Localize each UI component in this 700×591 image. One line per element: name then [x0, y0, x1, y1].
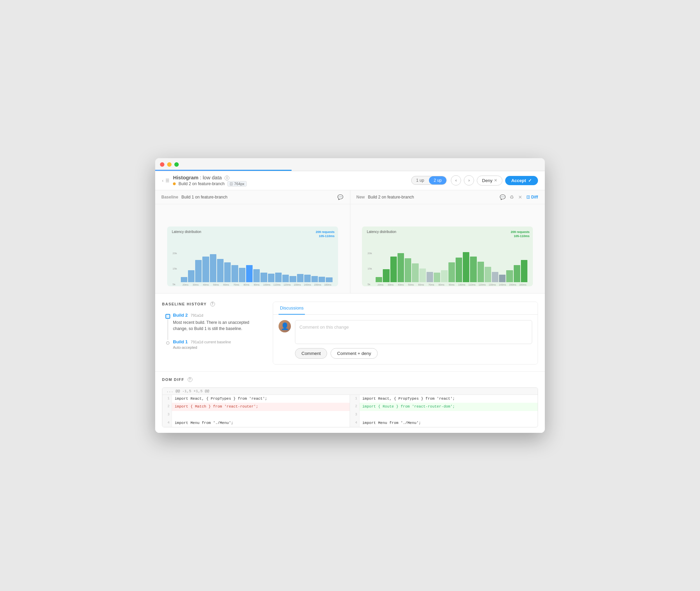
baseline-panel: Baseline Build 1 on feature-branch 💬 Lat…: [155, 190, 350, 293]
toolbar-left: ‹ ☰ Histogram : low data i Build 2 on fe…: [162, 175, 407, 187]
diff-button[interactable]: ◫ Diff: [526, 194, 539, 200]
list-icon[interactable]: ☰: [165, 178, 170, 183]
discussions-tab[interactable]: Discussions: [279, 302, 305, 315]
diff-right-line-1: 1 import React, { PropTypes } from 'reac…: [350, 395, 538, 403]
new-refresh-icon[interactable]: ♻: [509, 194, 515, 201]
title-area: Histogram : low data i Build 2 on featur…: [173, 175, 247, 187]
baseline-chart-container: Latency distribution 209 requests 105-11…: [155, 204, 350, 293]
build-dot: [173, 182, 176, 185]
diff-header: ... @@ -1,5 +1,5 @@: [162, 388, 538, 395]
history-item-build2: Build 2 791a1d Most recent build. There …: [165, 312, 265, 339]
comment-icon-btn[interactable]: 💬: [337, 194, 344, 201]
page-title: Histogram : low data i: [173, 175, 247, 180]
toolbar-center: 1 up 2 up: [411, 176, 447, 185]
toolbar-right: ‹ › Deny ✕ Accept ✓: [451, 175, 538, 185]
diff-left-line-1: 1 import React, { PropTypes } from 'reac…: [162, 395, 350, 403]
new-comment-icon[interactable]: 💬: [499, 194, 506, 201]
discussions-body: Comment Comment + deny: [273, 315, 538, 364]
accept-button[interactable]: Accept ✓: [505, 176, 538, 185]
new-chart-title: Latency distribution: [367, 230, 396, 234]
history-build1-hash: 791a1d current baseline: [191, 340, 231, 344]
history-build2-hash: 791a1d: [191, 313, 203, 317]
comment-deny-button[interactable]: Comment + deny: [331, 348, 377, 359]
comment-actions: Comment Comment + deny: [279, 348, 532, 359]
diff-right-line-2: 2 import { Route } from 'react-router-do…: [350, 403, 538, 411]
viewport-badge: ◫ 764px: [227, 181, 247, 187]
new-panel: New Build 2 on feature-branch 💬 ♻ ✕ ◫ Di…: [350, 190, 545, 293]
back-icon[interactable]: ‹: [162, 178, 163, 183]
app-window: ‹ ☰ Histogram : low data i Build 2 on fe…: [155, 158, 545, 433]
2up-button[interactable]: 2 up: [429, 176, 446, 184]
deny-button[interactable]: Deny ✕: [477, 176, 502, 185]
bottom-section: BASELINE HISTORY ? Build 2 791a1d Most r…: [155, 293, 545, 371]
deny-x-icon: ✕: [494, 178, 497, 183]
baseline-chart: Latency distribution 209 requests 105-11…: [167, 226, 338, 286]
window-controls: [160, 162, 179, 167]
diff-left-line-4: 4 import Menu from './Menu';: [162, 419, 350, 427]
new-close-icon[interactable]: ✕: [517, 194, 523, 201]
history-dot-build2: [165, 313, 171, 319]
new-panel-header: New Build 2 on feature-branch 💬 ♻ ✕ ◫ Di…: [350, 190, 545, 204]
info-icon[interactable]: i: [225, 176, 229, 180]
baseline-chart-title: Latency distribution: [172, 230, 201, 234]
comment-input[interactable]: [295, 320, 532, 344]
discussions-panel: Discussions Comment Comment + deny: [273, 302, 538, 365]
dom-diff-title: DOM DIFF ?: [162, 377, 538, 382]
titlebar: [155, 158, 545, 171]
progress-bar: [155, 170, 292, 171]
new-label: New Build 2 on feature-branch: [356, 195, 414, 200]
view-toggle: 1 up 2 up: [411, 176, 447, 185]
diff-columns: 1 import React, { PropTypes } from 'reac…: [162, 395, 538, 427]
new-panel-actions: 💬 ♻ ✕ ◫ Diff: [499, 194, 539, 201]
1up-button[interactable]: 1 up: [412, 176, 429, 184]
discussions-tabs: Discussions: [273, 302, 538, 315]
history-build1-desc: Auto-accepted: [173, 345, 265, 349]
baseline-history-title: BASELINE HISTORY ?: [162, 302, 265, 306]
new-chart: Latency distribution 209 requests 105-11…: [362, 226, 533, 286]
prev-button[interactable]: ‹: [451, 175, 461, 185]
comment-row: [279, 320, 532, 344]
maximize-button[interactable]: [174, 162, 179, 167]
compare-area: Baseline Build 1 on feature-branch 💬 Lat…: [155, 190, 545, 293]
new-chart-legend: 209 requests 105-110ms: [511, 230, 529, 238]
build-info: Build 2 on feature-branch ◫ 764px: [173, 181, 247, 187]
diff-right-line-3: 3: [350, 411, 538, 419]
navigation-icons: ‹ ☰: [162, 178, 170, 183]
history-timeline: Build 2 791a1d Most recent build. There …: [162, 312, 265, 356]
dom-diff-info-icon[interactable]: ?: [188, 377, 192, 382]
baseline-chart-legend: 209 requests 105-110ms: [316, 230, 335, 238]
new-chart-container: Latency distribution 209 requests 105-11…: [350, 204, 545, 293]
history-build2-link[interactable]: Build 2: [173, 313, 188, 318]
baseline-actions: 💬: [337, 194, 344, 201]
dom-diff-section: DOM DIFF ? ... @@ -1,5 +1,5 @@ 1 import …: [155, 371, 545, 433]
baseline-history: BASELINE HISTORY ? Build 2 791a1d Most r…: [162, 302, 265, 365]
diff-right-line-4: 4 import Menu from './Menu';: [350, 419, 538, 427]
minimize-button[interactable]: [167, 162, 172, 167]
diff-left-line-3: 3: [162, 411, 350, 419]
baseline-panel-header: Baseline Build 1 on feature-branch 💬: [155, 190, 350, 204]
history-build1-link[interactable]: Build 1: [173, 339, 188, 344]
diff-left-line-2: 2 import { Match } from 'react-router';: [162, 403, 350, 411]
user-avatar: [279, 320, 291, 332]
main-toolbar: ‹ ☰ Histogram : low data i Build 2 on fe…: [155, 171, 545, 190]
diff-code-block: ... @@ -1,5 +1,5 @@ 1 import React, { Pr…: [162, 387, 538, 427]
diff-right-col: 1 import React, { PropTypes } from 'reac…: [350, 395, 538, 427]
next-button[interactable]: ›: [464, 175, 474, 185]
history-build2-desc: Most recent build. There is an unaccepte…: [173, 319, 265, 332]
history-info-icon[interactable]: ?: [210, 302, 215, 306]
close-button[interactable]: [160, 162, 164, 167]
comment-button[interactable]: Comment: [295, 348, 327, 359]
diff-left-col: 1 import React, { PropTypes } from 'reac…: [162, 395, 350, 427]
baseline-label: Baseline Build 1 on feature-branch: [161, 195, 227, 200]
history-item-build1: Build 1 791a1d current baseline Auto-acc…: [165, 339, 265, 356]
checkmark-icon: ✓: [528, 178, 532, 183]
history-dot-build1: [165, 340, 171, 346]
